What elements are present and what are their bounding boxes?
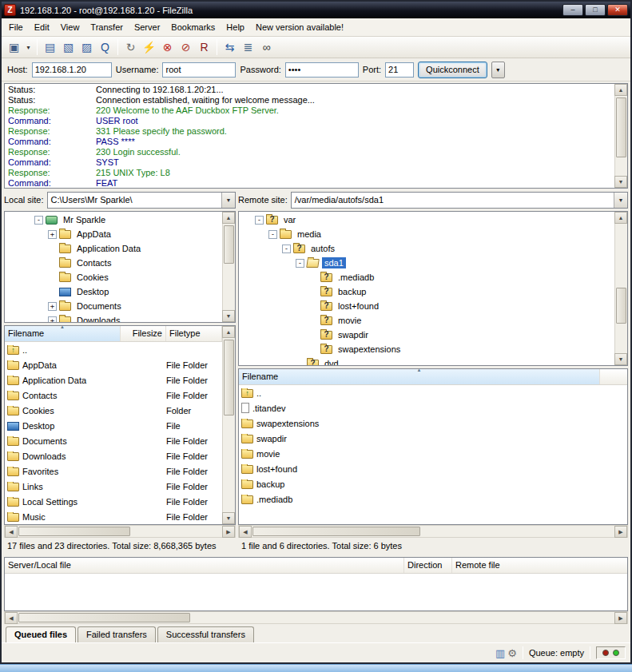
tree-expander-icon[interactable]: - [268, 230, 277, 239]
scroll-down-icon[interactable]: ▼ [614, 353, 627, 365]
toggle-remote-treeview-icon[interactable]: ▨ [78, 38, 96, 56]
menu-transfer[interactable]: Transfer [85, 19, 129, 35]
tree-item[interactable]: + Downloads [5, 313, 221, 322]
tree-item-label[interactable]: .mediadb [336, 272, 376, 283]
tree-expander-icon[interactable]: + [48, 316, 57, 323]
tree-item-label[interactable]: dvd [322, 358, 341, 365]
scroll-right-icon[interactable]: ▶ [614, 526, 627, 538]
tree-item[interactable]: Application Data [5, 241, 221, 256]
file-row[interactable]: Cookies Folder [5, 403, 222, 418]
username-input[interactable] [162, 62, 236, 78]
tree-item-label[interactable]: Mr Sparkle [61, 214, 108, 225]
titlebar[interactable]: Z 192.168.1.20 - root@192.168.1.20 - Fil… [2, 2, 630, 18]
find-files-icon[interactable]: ∞ [257, 38, 276, 56]
remote-list-hscrollbar[interactable]: ◀ ▶ [238, 525, 628, 538]
chevron-down-icon[interactable]: ▼ [614, 193, 627, 208]
file-row[interactable]: AppData File Folder [5, 357, 222, 372]
column-header-remote-file[interactable]: Remote file [452, 558, 627, 573]
scroll-thumb[interactable] [252, 527, 420, 536]
tab-successful-transfers[interactable]: Successful transfers [157, 626, 254, 642]
queue-hscrollbar[interactable]: ◀ ▶ [4, 611, 628, 624]
menu-bookmarks[interactable]: Bookmarks [165, 19, 221, 35]
password-input[interactable] [285, 62, 359, 78]
column-header-filename[interactable]: Filename ▲ [5, 326, 121, 341]
local-site-combobox[interactable]: C:\Users\Mr Sparkle\ ▼ [47, 192, 236, 209]
scroll-left-icon[interactable]: ◀ [5, 526, 18, 538]
tree-item-label[interactable]: backup [336, 286, 368, 297]
tree-item[interactable]: Contacts [5, 256, 221, 270]
file-row[interactable]: Local Settings File Folder [5, 494, 222, 509]
scroll-right-icon[interactable]: ▶ [614, 612, 627, 624]
tree-item[interactable]: dvd [239, 356, 614, 365]
cancel-icon[interactable]: ⊗ [158, 38, 177, 56]
column-header-filetype[interactable]: Filetype [166, 326, 222, 341]
scroll-thumb[interactable] [18, 527, 130, 536]
local-tree-scrollbar[interactable]: ▲ ▼ [222, 212, 235, 322]
scroll-thumb[interactable] [616, 288, 626, 324]
tab-failed-transfers[interactable]: Failed transfers [78, 626, 156, 642]
tree-item[interactable]: Cookies [5, 270, 221, 284]
file-row[interactable]: .mediadb [239, 491, 627, 507]
scroll-thumb[interactable] [616, 97, 626, 157]
tree-item[interactable]: - var [239, 213, 614, 227]
log-scrollbar[interactable]: ▲ ▼ [614, 84, 627, 188]
file-row[interactable]: swapdir [239, 431, 627, 446]
scroll-up-icon[interactable]: ▲ [614, 212, 627, 224]
tree-item-label[interactable]: movie [336, 315, 364, 326]
host-input[interactable] [32, 62, 112, 78]
file-row[interactable]: Favorites File Folder [5, 463, 222, 479]
remote-site-combobox[interactable]: /var/media/autofs/sda1 ▼ [291, 192, 628, 209]
maximize-button[interactable]: □ [585, 4, 606, 16]
tree-item-label[interactable]: lost+found [336, 300, 381, 312]
scroll-left-icon[interactable]: ◀ [5, 612, 18, 624]
queue-body[interactable] [5, 574, 627, 610]
tree-item-label[interactable]: var [281, 214, 298, 225]
minimize-button[interactable]: – [562, 4, 583, 16]
local-list-scrollbar[interactable]: ▲ ▼ [222, 326, 235, 524]
tree-item[interactable]: .mediadb [239, 270, 614, 284]
chevron-down-icon[interactable]: ▼ [221, 193, 235, 208]
menu-help[interactable]: Help [221, 19, 250, 35]
tab-queued-files[interactable]: Queued files [6, 626, 76, 642]
tree-item[interactable]: Desktop [5, 284, 221, 299]
tree-item[interactable]: lost+found [239, 299, 614, 313]
port-input[interactable] [385, 62, 414, 78]
file-row[interactable]: .. [5, 342, 222, 357]
close-button[interactable]: ✕ [607, 4, 628, 16]
file-row[interactable]: Documents File Folder [5, 433, 222, 448]
file-row[interactable]: Contacts File Folder [5, 388, 222, 403]
quickconnect-button[interactable]: Quickconnect [418, 62, 487, 78]
column-header-filesize[interactable]: Filesize [121, 326, 166, 341]
file-row[interactable]: .titandev [239, 400, 627, 416]
tree-item[interactable]: swapdir [239, 328, 614, 342]
tree-item[interactable]: - Mr Sparkle [5, 213, 221, 227]
scroll-right-icon[interactable]: ▶ [222, 526, 235, 538]
menu-file[interactable]: File [3, 19, 29, 35]
file-row[interactable]: swapextensions [239, 416, 627, 431]
file-row[interactable]: backup [239, 476, 627, 491]
menu-edit[interactable]: Edit [29, 19, 55, 35]
site-manager-dropdown-icon[interactable]: ▾ [23, 38, 34, 56]
tree-item-label[interactable]: swapdir [336, 329, 371, 340]
scroll-thumb[interactable] [18, 613, 190, 622]
quickconnect-dropdown-icon[interactable]: ▾ [491, 62, 505, 78]
sync-indicator-icon[interactable]: ⚙ [507, 647, 517, 659]
scroll-down-icon[interactable]: ▼ [222, 512, 235, 524]
scroll-down-icon[interactable]: ▼ [614, 176, 627, 188]
tree-expander-icon[interactable]: - [34, 216, 43, 225]
file-row[interactable]: Downloads File Folder [5, 448, 222, 463]
scroll-up-icon[interactable]: ▲ [222, 326, 235, 338]
tree-item-label[interactable]: Cookies [74, 272, 111, 283]
tree-item-label[interactable]: Downloads [74, 315, 122, 322]
file-row[interactable]: .. [239, 385, 627, 400]
synchronized-browsing-icon[interactable]: ≣ [239, 38, 257, 56]
column-header-server-local-file[interactable]: Server/Local file [5, 558, 404, 573]
tree-item-label[interactable]: sda1 [322, 257, 346, 268]
tree-item-label[interactable]: Desktop [74, 286, 111, 297]
comparison-indicator-icon[interactable]: ▥ [495, 647, 505, 659]
file-row[interactable]: Desktop File [5, 418, 222, 433]
tree-expander-icon[interactable]: - [296, 259, 304, 268]
toggle-queue-icon[interactable]: Q [96, 38, 114, 56]
menu-server[interactable]: Server [129, 19, 165, 35]
reconnect-icon[interactable]: R [195, 38, 213, 56]
